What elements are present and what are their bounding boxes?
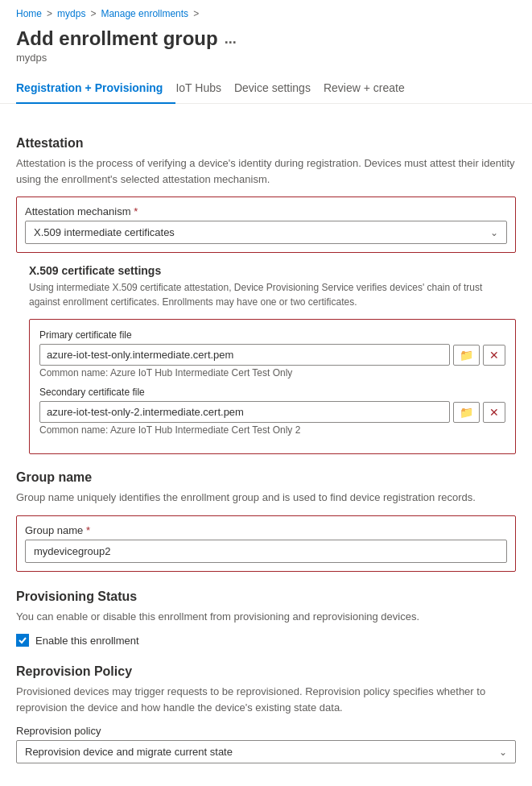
- reprovision-policy-label: Reprovision policy: [16, 725, 516, 737]
- secondary-cert-row: 📁 ✕: [39, 401, 505, 423]
- secondary-cert-folder-button[interactable]: 📁: [453, 402, 480, 423]
- cert-settings-title: X.509 certificate settings: [29, 264, 516, 277]
- breadcrumb-sep2: >: [90, 8, 96, 19]
- breadcrumb: Home > mydps > Manage enrollments >: [0, 0, 532, 24]
- page-title: Add enrollment group: [16, 27, 218, 50]
- attestation-desc: Attestation is the process of verifying …: [16, 155, 516, 187]
- mechanism-label: Attestation mechanism *: [25, 205, 507, 217]
- close-icon: ✕: [489, 406, 499, 419]
- secondary-cert-common-name: Common name: Azure IoT Hub Intermediate …: [39, 424, 505, 436]
- secondary-cert-label: Secondary certificate file: [39, 387, 505, 398]
- group-name-required: *: [86, 524, 90, 536]
- check-icon: [18, 635, 27, 645]
- mechanism-select[interactable]: X.509 intermediate certificates: [26, 221, 506, 243]
- provisioning-status-desc: You can enable or disable this enrollmen…: [16, 609, 516, 625]
- primary-cert-label: Primary certificate file: [39, 329, 505, 341]
- primary-cert-folder-button[interactable]: 📁: [453, 345, 480, 366]
- cert-settings-desc: Using intermediate X.509 certificate att…: [29, 280, 516, 309]
- tabs-bar: Registration + Provisioning IoT Hubs Dev…: [0, 73, 532, 104]
- mechanism-required: *: [134, 205, 138, 217]
- breadcrumb-home[interactable]: Home: [16, 8, 42, 19]
- reprovision-select[interactable]: Reprovision device and migrate current s…: [17, 741, 515, 763]
- group-name-section: Group name Group name uniquely identifie…: [16, 470, 516, 572]
- main-content: Attestation Attestation is the process o…: [0, 104, 532, 780]
- attestation-title: Attestation: [16, 136, 516, 151]
- breadcrumb-manage[interactable]: Manage enrollments: [101, 8, 188, 19]
- provisioning-status-title: Provisioning Status: [16, 590, 516, 604]
- folder-icon: 📁: [460, 349, 473, 362]
- reprovision-desc: Provisioned devices may trigger requests…: [16, 684, 516, 715]
- close-icon: ✕: [489, 349, 499, 362]
- group-name-box: Group name *: [16, 515, 516, 572]
- reprovision-title: Reprovision Policy: [16, 664, 516, 679]
- enable-enrollment-row: Enable this enrollment: [16, 634, 516, 647]
- primary-cert-common-name: Common name: Azure IoT Hub Intermediate …: [39, 367, 505, 379]
- cert-settings-block: X.509 certificate settings Using interme…: [29, 264, 516, 454]
- cert-files-box: Primary certificate file 📁 ✕ Common name…: [29, 319, 516, 454]
- group-name-desc: Group name uniquely identifies the enrol…: [16, 490, 516, 506]
- primary-cert-row: 📁 ✕: [39, 344, 505, 366]
- more-options-button[interactable]: ...: [225, 31, 237, 48]
- tab-iothubs[interactable]: IoT Hubs: [175, 73, 234, 104]
- folder-icon: 📁: [460, 406, 473, 419]
- breadcrumb-sep3: >: [193, 8, 199, 19]
- tab-registration[interactable]: Registration + Provisioning: [16, 73, 175, 104]
- enable-enrollment-checkbox[interactable]: [16, 634, 29, 647]
- attestation-section: Attestation Attestation is the process o…: [16, 136, 516, 454]
- primary-cert-remove-button[interactable]: ✕: [483, 345, 505, 366]
- primary-cert-input[interactable]: [39, 344, 450, 366]
- attestation-mechanism-box: Attestation mechanism * X.509 intermedia…: [16, 196, 516, 253]
- secondary-cert-remove-button[interactable]: ✕: [483, 402, 505, 423]
- page-subtitle: mydps: [0, 52, 532, 73]
- page-title-row: Add enrollment group ...: [0, 24, 532, 52]
- enable-enrollment-label[interactable]: Enable this enrollment: [35, 635, 139, 647]
- breadcrumb-mydps[interactable]: mydps: [57, 8, 85, 19]
- reprovision-section: Reprovision Policy Provisioned devices m…: [16, 664, 516, 763]
- tab-devicesettings[interactable]: Device settings: [234, 73, 324, 104]
- reprovision-select-wrapper[interactable]: Reprovision device and migrate current s…: [16, 740, 516, 763]
- group-name-label: Group name *: [25, 524, 507, 536]
- breadcrumb-sep1: >: [47, 8, 52, 19]
- group-name-title: Group name: [16, 470, 516, 485]
- mechanism-select-wrapper[interactable]: X.509 intermediate certificates ⌄: [25, 221, 507, 244]
- tab-reviewcreate[interactable]: Review + create: [324, 73, 418, 104]
- secondary-cert-input[interactable]: [39, 401, 450, 423]
- provisioning-status-section: Provisioning Status You can enable or di…: [16, 590, 516, 647]
- group-name-input[interactable]: [25, 540, 507, 563]
